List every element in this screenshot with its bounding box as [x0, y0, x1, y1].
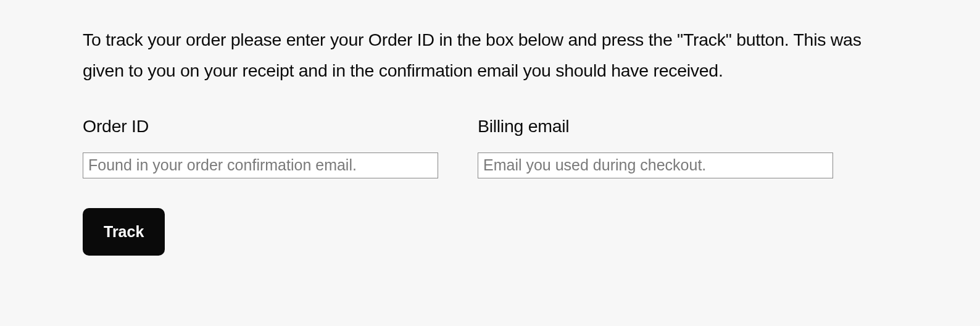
- order-id-label: Order ID: [83, 116, 438, 136]
- instructions-text: To track your order please enter your Or…: [83, 25, 897, 86]
- form-fields-row: Order ID Billing email: [83, 116, 897, 178]
- billing-email-label: Billing email: [478, 116, 833, 136]
- track-button[interactable]: Track: [83, 208, 165, 256]
- billing-email-input[interactable]: [478, 153, 833, 178]
- billing-email-group: Billing email: [478, 116, 833, 178]
- order-tracking-container: To track your order please enter your Or…: [77, 25, 903, 256]
- order-id-input[interactable]: [83, 153, 438, 178]
- order-id-group: Order ID: [83, 116, 438, 178]
